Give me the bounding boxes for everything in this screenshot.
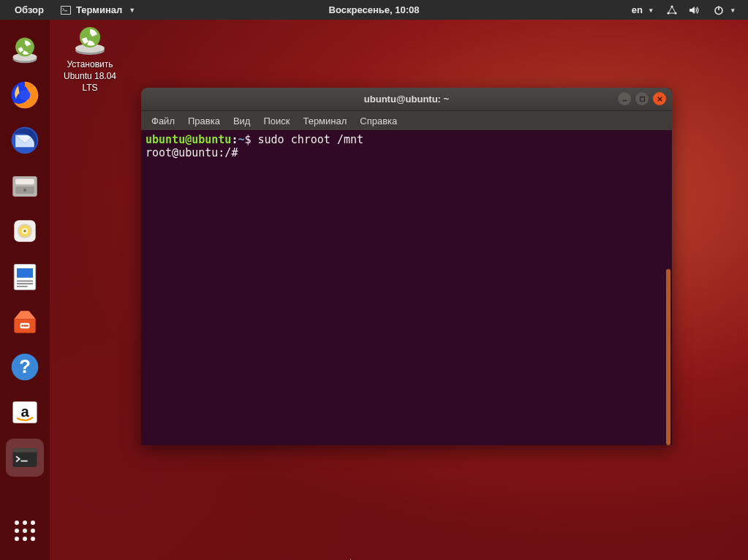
keyboard-layout-menu[interactable]: en ▾ — [629, 4, 656, 15]
system-menu[interactable]: ▾ — [710, 4, 738, 16]
window-minimize-button[interactable] — [618, 92, 631, 105]
prompt-host: ubuntu — [192, 133, 231, 146]
date-time: Воскресенье, 10:08 — [329, 4, 420, 15]
prompt-symbol: $ — [244, 133, 251, 146]
chevron-down-icon: ▾ — [649, 7, 653, 14]
prompt-user: ubuntu — [146, 133, 185, 146]
dock: ? a — [0, 20, 50, 560]
svg-point-12 — [20, 90, 31, 101]
svg-rect-28 — [17, 283, 33, 284]
svg-point-33 — [26, 325, 29, 327]
activities-button[interactable]: Обзор — [12, 4, 47, 15]
svg-rect-16 — [15, 179, 34, 184]
terminal-title: ubuntu@ubuntu: ~ — [364, 94, 449, 105]
terminal-body[interactable]: ubuntu@ubuntu:~$ sudo chroot /mnt root@u… — [141, 130, 672, 445]
svg-rect-45 — [640, 97, 644, 101]
dock-show-applications[interactable] — [6, 512, 44, 550]
installer-icon — [72, 25, 108, 56]
svg-rect-44 — [622, 99, 627, 100]
dock-item-amazon[interactable]: a — [6, 393, 44, 431]
volume-icon[interactable] — [688, 4, 700, 16]
menu-edit[interactable]: Правка — [188, 116, 220, 126]
clock-menu[interactable]: Воскресенье, 10:08 — [326, 4, 423, 15]
menu-help[interactable]: Справка — [360, 116, 397, 126]
terminal-window: ubuntu@ubuntu: ~ Файл Правка Вид Поиск Т… — [141, 88, 672, 445]
cursor-icon: ⌖ — [347, 556, 354, 560]
svg-point-32 — [23, 325, 26, 327]
desktop: Обзор Терминал ▼ Воскресенье, 10:08 en ▾ — [0, 0, 748, 560]
svg-rect-26 — [17, 268, 33, 278]
svg-rect-2 — [64, 10, 67, 11]
terminal-line: root@ubuntu:/# — [146, 146, 668, 159]
dock-item-software[interactable] — [6, 303, 44, 341]
svg-rect-39 — [13, 448, 37, 453]
desktop-icon-installer[interactable]: Установить Ubuntu 18.04 LTS — [56, 25, 124, 94]
menu-file[interactable]: Файл — [151, 116, 175, 126]
active-app-label: Терминал — [76, 4, 122, 15]
svg-rect-27 — [17, 281, 33, 282]
power-icon — [713, 4, 725, 16]
top-panel: Обзор Терминал ▼ Воскресенье, 10:08 en ▾ — [0, 0, 748, 20]
command-text: sudo chroot /mnt — [252, 133, 364, 146]
terminal-menubar: Файл Правка Вид Поиск Терминал Справка — [141, 111, 672, 130]
svg-point-23 — [23, 230, 26, 232]
window-maximize-button[interactable] — [635, 92, 649, 105]
dock-item-files[interactable] — [6, 167, 44, 205]
desktop-icon-label: Установить Ubuntu 18.04 LTS — [56, 58, 124, 94]
terminal-scrollbar[interactable] — [665, 130, 672, 445]
svg-point-18 — [23, 189, 26, 192]
prompt-at: @ — [185, 133, 192, 146]
dock-item-thunderbird[interactable] — [6, 121, 44, 159]
terminal-titlebar[interactable]: ubuntu@ubuntu: ~ — [141, 88, 672, 111]
svg-point-31 — [21, 325, 23, 327]
menu-view[interactable]: Вид — [233, 116, 251, 126]
menu-search[interactable]: Поиск — [263, 116, 290, 126]
dock-item-terminal[interactable] — [6, 439, 44, 477]
svg-text:a: a — [20, 404, 29, 420]
network-icon[interactable] — [666, 4, 678, 16]
window-close-button[interactable] — [653, 92, 666, 105]
terminal-panel-icon — [60, 4, 72, 16]
svg-rect-29 — [17, 286, 28, 287]
keyboard-layout-label: en — [632, 4, 643, 15]
desktop-icons: Установить Ubuntu 18.04 LTS — [56, 25, 124, 103]
terminal-line: ubuntu@ubuntu:~$ sudo chroot /mnt — [146, 133, 668, 146]
svg-rect-40 — [21, 461, 28, 462]
svg-text:?: ? — [19, 356, 31, 377]
output-text: root@ubuntu:/# — [146, 146, 238, 159]
scrollbar-thumb[interactable] — [666, 269, 670, 445]
active-app-menu[interactable]: Терминал ▼ — [57, 4, 138, 16]
chevron-down-icon: ▼ — [129, 7, 135, 14]
dock-item-writer[interactable] — [6, 257, 44, 295]
dock-item-installer[interactable] — [6, 31, 44, 69]
dock-item-rhythmbox[interactable] — [6, 212, 44, 250]
activities-label: Обзор — [15, 4, 44, 15]
menu-terminal[interactable]: Терминал — [303, 116, 347, 126]
dock-item-firefox[interactable] — [6, 76, 44, 114]
dock-item-help[interactable]: ? — [6, 348, 44, 386]
chevron-down-icon: ▾ — [731, 7, 735, 14]
